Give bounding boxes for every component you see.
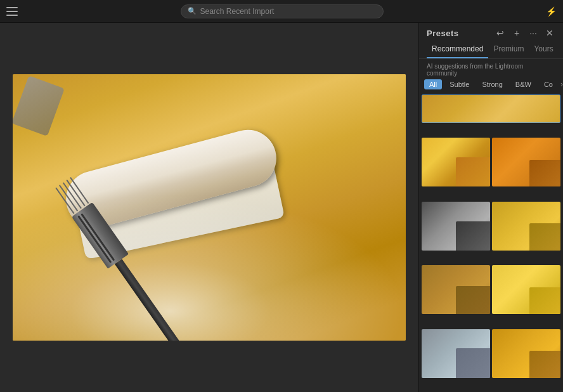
preset-bw[interactable] <box>422 202 490 251</box>
search-placeholder: Search Recent Import <box>200 7 275 16</box>
panel-title: Presets <box>427 29 458 38</box>
search-icon: 🔍 <box>188 7 197 15</box>
right-panel: Presets ↩ + ··· ✕ Recommended Premium Yo… <box>418 23 563 392</box>
main-photo <box>13 74 406 341</box>
panel-add-button[interactable]: + <box>511 28 522 38</box>
panel-more-button[interactable]: ··· <box>527 28 539 38</box>
thumb-tool-overlay <box>456 157 490 186</box>
tab-yours[interactable]: Yours <box>529 42 558 58</box>
panel-close-button[interactable]: ✕ <box>544 28 555 38</box>
presets-grid <box>419 93 563 392</box>
preset-cool[interactable] <box>422 329 490 378</box>
top-bar: 🔍 Search Recent Import ⚡ <box>0 0 563 23</box>
thumb-tool-overlay <box>529 160 560 186</box>
filter-buttons: All Subtle Strong B&W Co › <box>419 79 563 93</box>
filter-icon: ⚡ <box>546 6 557 16</box>
search-box[interactable]: 🔍 Search Recent Import <box>181 4 384 18</box>
top-bar-left <box>6 7 18 16</box>
tab-recommended[interactable]: Recommended <box>427 42 488 58</box>
preset-golden[interactable] <box>492 329 560 378</box>
preset-yellow[interactable] <box>492 202 560 251</box>
filter-all-button[interactable]: All <box>424 79 442 89</box>
ai-suggestions-text: AI suggestions from the Lightroom commun… <box>419 59 563 79</box>
main-content: Presets ↩ + ··· ✕ Recommended Premium Yo… <box>0 23 563 392</box>
panel-toggle-button[interactable] <box>6 7 18 16</box>
preset-bright-warm[interactable] <box>492 265 560 314</box>
thumb-tool-overlay <box>529 223 560 250</box>
filter-strong-button[interactable]: Strong <box>477 79 507 89</box>
thumb-tool-overlay <box>529 351 560 377</box>
panel-header: Presets ↩ + ··· ✕ <box>419 23 563 38</box>
preset-current[interactable] <box>422 95 560 123</box>
thumb-tool-overlay <box>456 286 490 315</box>
preset-warm-bright[interactable] <box>422 138 490 186</box>
panel-back-button[interactable]: ↩ <box>495 28 506 38</box>
photo-content <box>13 74 406 341</box>
preset-natural[interactable] <box>422 265 490 314</box>
filter-co-button[interactable]: Co <box>539 79 558 89</box>
preset-orange[interactable] <box>492 138 560 186</box>
tabs: Recommended Premium Yours <box>419 38 563 59</box>
filter-button[interactable]: ⚡ <box>546 6 557 17</box>
filter-subtle-button[interactable]: Subtle <box>444 79 474 89</box>
panel-actions: ↩ + ··· ✕ <box>495 28 555 38</box>
filter-bw-button[interactable]: B&W <box>510 79 536 89</box>
photo-area <box>0 23 418 392</box>
filter-chevron-icon[interactable]: › <box>560 80 563 89</box>
thumb-tool-overlay <box>456 348 490 377</box>
thumb-tool-overlay <box>456 221 490 251</box>
thumb-tool-overlay <box>529 287 560 314</box>
tab-premium[interactable]: Premium <box>488 42 529 58</box>
search-container: 🔍 Search Recent Import <box>18 4 546 18</box>
